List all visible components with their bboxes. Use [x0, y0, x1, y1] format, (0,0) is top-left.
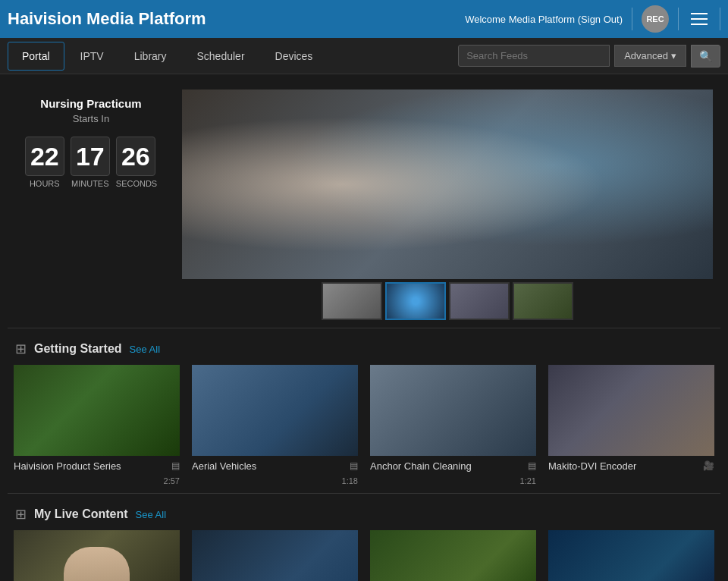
menu-line2	[691, 18, 708, 20]
live-grid-icon: ⊞	[15, 506, 27, 523]
chevron-down-icon: ▾	[671, 50, 676, 61]
search-input[interactable]	[458, 45, 610, 67]
thumb-img-4	[514, 284, 572, 319]
video-meta-1: ▤	[171, 460, 180, 471]
video-title-3: Anchor Chain Cleaning	[370, 460, 528, 472]
live-content-see-all[interactable]: See All	[136, 509, 166, 520]
advanced-label: Advanced	[624, 50, 668, 61]
grid-icon: ⊞	[15, 341, 27, 357]
menu-line3	[691, 24, 708, 25]
featured-title: Nursing Practicum	[15, 97, 167, 110]
video-meta-4: 🎥	[703, 460, 714, 471]
video-title-2: Aerial Vehicles	[192, 460, 350, 472]
logo-suffix: vision Media Platform	[33, 9, 206, 28]
video-thumbnails	[182, 282, 713, 320]
video-title-1: Haivision Product Series	[14, 460, 171, 472]
live-card-3[interactable]	[364, 530, 542, 581]
video-thumb-2	[192, 365, 358, 456]
search-button[interactable]: 🔍	[691, 45, 720, 68]
live-content-header: ⊞ My Live Content See All	[0, 498, 728, 530]
top-bar: Haivision Media Platform Welcome Media P…	[0, 0, 728, 38]
count-hours: 22 Hours	[25, 137, 64, 188]
video-card-4[interactable]: Makito-DVI Encoder 🎥	[542, 365, 720, 485]
seconds-label: Seconds	[116, 179, 157, 188]
main-content: Nursing Practicum Starts In 22 Hours 17 …	[0, 74, 728, 581]
getting-started-header: ⊞ Getting Started See All	[0, 333, 728, 365]
video-type-icon-3: ▤	[528, 460, 536, 471]
tab-portal[interactable]: Portal	[8, 42, 64, 71]
live-content-grid	[0, 530, 728, 581]
logo-prefix: Hai	[8, 9, 33, 28]
video-type-icon-4: 🎥	[703, 460, 714, 471]
divider3	[720, 8, 720, 30]
video-thumb-3	[370, 365, 536, 456]
live-card-1[interactable]	[8, 530, 186, 581]
video-thumb-4	[548, 365, 714, 456]
app-logo: Haivision Media Platform	[8, 9, 206, 29]
tab-devices[interactable]: Devices	[261, 42, 328, 71]
video-duration-2: 1:18	[192, 476, 358, 485]
divider	[632, 8, 632, 30]
welcome-text: Welcome Media Platform (Sign Out)	[465, 14, 623, 25]
menu-button[interactable]	[688, 10, 711, 28]
menu-line1	[691, 13, 708, 14]
hours-label: Hours	[25, 179, 64, 188]
getting-started-see-all[interactable]: See All	[130, 344, 160, 355]
countdown-numbers: 22 Hours 17 Minutes 26 Seconds	[15, 137, 167, 188]
getting-started-title: Getting Started	[34, 342, 122, 356]
video-type-icon-1: ▤	[171, 460, 180, 471]
featured-subtitle: Starts In	[15, 113, 167, 124]
live-thumb-3	[370, 530, 536, 581]
thumb-1[interactable]	[322, 282, 382, 320]
getting-started-grid: Haivision Product Series ▤ 2:57 Aerial V…	[0, 365, 728, 493]
minutes-label: Minutes	[71, 179, 110, 188]
tab-iptv[interactable]: IPTV	[66, 42, 118, 71]
video-card-2[interactable]: Aerial Vehicles ▤ 1:18	[186, 365, 364, 485]
minutes-value: 17	[71, 137, 110, 176]
video-thumb-1	[14, 365, 180, 456]
divider-getting-started	[8, 328, 720, 328]
countdown-box: Nursing Practicum Starts In 22 Hours 17 …	[15, 90, 167, 188]
tab-library[interactable]: Library	[120, 42, 181, 71]
video-info-2: Aerial Vehicles ▤	[192, 456, 358, 476]
live-thumb-4	[548, 530, 714, 581]
thumb-2[interactable]	[385, 282, 446, 320]
live-thumb-2	[192, 530, 358, 581]
featured-video[interactable]	[182, 90, 713, 320]
rec-button[interactable]: REC	[642, 5, 669, 33]
video-card-1[interactable]: Haivision Product Series ▤ 2:57	[8, 365, 186, 485]
hours-value: 22	[25, 137, 64, 176]
video-main[interactable]	[182, 90, 713, 279]
nav-bar: Portal IPTV Library Scheduler Devices Ad…	[0, 38, 728, 74]
seconds-value: 26	[116, 137, 155, 176]
featured-section: Nursing Practicum Starts In 22 Hours 17 …	[0, 74, 728, 328]
count-seconds: 26 Seconds	[116, 137, 157, 188]
video-placeholder	[182, 90, 713, 279]
search-icon: 🔍	[699, 50, 712, 62]
divider-live-content	[8, 493, 720, 494]
tab-scheduler[interactable]: Scheduler	[183, 42, 259, 71]
thumb-3[interactable]	[449, 282, 510, 320]
video-info-1: Haivision Product Series ▤	[14, 456, 180, 476]
video-meta-2: ▤	[350, 460, 358, 471]
video-type-icon-2: ▤	[350, 460, 358, 471]
live-thumb-1	[14, 530, 180, 581]
video-meta-3: ▤	[528, 460, 536, 471]
video-duration-3: 1:21	[370, 476, 536, 485]
video-info-4: Makito-DVI Encoder 🎥	[548, 456, 714, 476]
top-right-controls: Welcome Media Platform (Sign Out) REC	[465, 5, 720, 33]
video-card-3[interactable]: Anchor Chain Cleaning ▤ 1:21	[364, 365, 542, 485]
live-content-title: My Live Content	[34, 507, 128, 521]
video-info-3: Anchor Chain Cleaning ▤	[370, 456, 536, 476]
video-title-4: Makito-DVI Encoder	[548, 460, 703, 472]
divider2	[678, 8, 679, 30]
thumb-img-2	[387, 284, 444, 319]
nav-search: Advanced ▾ 🔍	[458, 45, 720, 68]
nav-tabs: Portal IPTV Library Scheduler Devices	[8, 42, 458, 71]
advanced-button[interactable]: Advanced ▾	[614, 45, 686, 67]
thumb-4[interactable]	[513, 282, 573, 320]
live-card-4[interactable]	[542, 530, 720, 581]
thumb-img-1	[323, 284, 381, 319]
count-minutes: 17 Minutes	[71, 137, 110, 188]
live-card-2[interactable]	[186, 530, 364, 581]
